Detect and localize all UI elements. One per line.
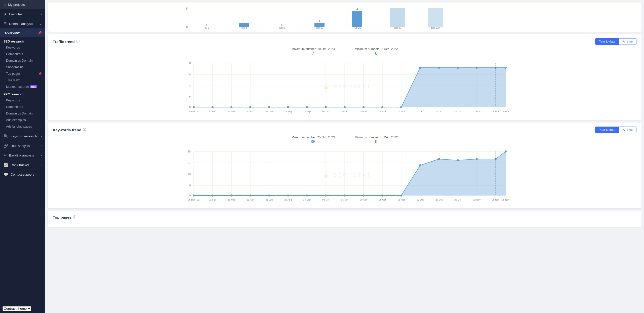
chevron-right-icon: › [41, 154, 42, 157]
theme-select[interactable]: Contrast theme [3, 306, 31, 311]
svg-text:05 Dec. 22: 05 Dec. 22 [188, 110, 199, 113]
svg-text:05 Oct: 05 Oct [379, 198, 386, 201]
theme-selector-container[interactable]: Contrast theme [0, 304, 45, 313]
svg-text:12 Apr: 12 Apr [247, 198, 254, 201]
sidebar-item-ppc-keywords[interactable]: Keywords [0, 97, 45, 104]
svg-text:26 Oct: 26 Oct [454, 110, 461, 113]
new-badge: New [30, 85, 37, 88]
traffic-min-stat: Minimum number: 05 Dec, 2022 0 [355, 47, 398, 56]
svg-text:0: 0 [189, 106, 191, 109]
sidebar-item-seo-keywords[interactable]: Keywords [0, 44, 45, 51]
svg-point-55 [212, 106, 214, 108]
traffic-year-to-date-btn[interactable]: Year to date [595, 38, 619, 45]
svg-text:0: 0 [186, 25, 188, 28]
sidebar-item-seo-subdomains[interactable]: Subdomains [0, 64, 45, 70]
sidebar: ⌂ My projects ★ Favorites › ⊞ Domain ana… [0, 0, 45, 313]
svg-text:21 Jun: 21 Jun [266, 198, 273, 201]
svg-point-68 [457, 67, 459, 69]
sidebar-item-contact-support[interactable]: 💬 Contact support [0, 170, 45, 179]
svg-rect-19 [352, 11, 362, 27]
top-pages-info-icon[interactable]: ⓘ [73, 215, 76, 219]
svg-text:15 Mar: 15 Mar [228, 198, 235, 201]
svg-point-67 [438, 67, 440, 69]
svg-text:5: 5 [186, 7, 188, 10]
sidebar-item-ppc-domain-vs-domain[interactable]: Domain vs Domain [0, 110, 45, 117]
svg-text:05 Oct: 05 Oct [398, 198, 405, 201]
svg-point-125 [287, 194, 289, 197]
sidebar-item-seo-market-research[interactable]: Market research New [0, 84, 45, 90]
sidebar-item-my-projects[interactable]: ⌂ My projects [0, 0, 45, 9]
svg-point-62 [344, 106, 346, 108]
top-pages-pin-icon: 📌 [38, 72, 42, 75]
sidebar-item-seo-top-pages[interactable]: Top pages 📌 [0, 70, 45, 77]
sidebar-item-ppc-competitors[interactable]: Competitors [0, 104, 45, 110]
svg-point-54 [193, 106, 195, 108]
svg-text:21 Jun: 21 Jun [266, 110, 273, 113]
svg-text:4: 4 [189, 84, 191, 87]
keywords-trend-header: Keywords trend ⓘ Year to date All time [53, 127, 636, 133]
svg-text:0: 0 [189, 194, 191, 197]
svg-text:02 Nov: 02 Nov [473, 198, 480, 201]
svg-point-134 [457, 159, 459, 161]
backlink-icon: ↩ [4, 153, 7, 158]
sidebar-item-backlink-analysis[interactable]: ↩ Backlink analysis › [0, 150, 45, 160]
keywords-max-stat: Maximum number: 25 Oct, 2023 36 [292, 136, 335, 144]
svg-text:4: 4 [356, 8, 358, 11]
svg-point-132 [419, 164, 421, 166]
keywords-trend-info-icon[interactable]: ⓘ [83, 128, 86, 132]
traffic-trend-card: Traffic trend ⓘ Year to date All time Ma… [48, 34, 641, 120]
svg-text:05 Oct: 05 Oct [360, 198, 367, 201]
sidebar-bottom: Contrast theme [0, 304, 45, 313]
chevron-right-icon: › [41, 144, 42, 147]
svg-text:Top 10: Top 10 [316, 26, 323, 29]
traffic-all-time-btn[interactable]: All time [619, 38, 636, 45]
sidebar-item-seo-domain-vs-domain[interactable]: Domain vs Domain [0, 57, 45, 64]
rank-icon: 📈 [4, 163, 8, 167]
seo-research-section: SEO research [0, 37, 45, 44]
svg-text:09 Nov: 09 Nov [502, 198, 509, 201]
chevron-right-icon: › [41, 135, 42, 138]
svg-text:36: 36 [188, 150, 191, 153]
svg-text:9: 9 [189, 184, 191, 187]
sidebar-item-ppc-ads-examples[interactable]: Ads examples [0, 117, 45, 123]
svg-point-57 [249, 106, 251, 108]
svg-text:22 Aug: 22 Aug [284, 198, 292, 201]
svg-text:1: 1 [319, 20, 320, 23]
svg-point-129 [363, 194, 365, 197]
svg-text:10 Oct: 10 Oct [417, 110, 424, 113]
distribution-chart-svg: 5 0 0 Top 1 1 Top 3 0 Top 5 1 Top 10 [53, 7, 636, 29]
svg-text:8: 8 [189, 62, 191, 65]
svg-point-121 [212, 194, 214, 197]
keywords-trend-title: Keywords trend ⓘ [53, 128, 86, 132]
svg-text:10 Oct: 10 Oct [417, 198, 424, 201]
url-icon: 🔗 [4, 143, 8, 148]
sidebar-item-seo-competitors[interactable]: Competitors [0, 51, 45, 57]
traffic-chart-stats: Maximum number: 10 Oct, 2023 7 Minimum n… [53, 47, 636, 56]
sidebar-item-url-analysis[interactable]: 🔗 URL analysis › [0, 141, 45, 150]
sidebar-item-domain-analysis[interactable]: ⊞ Domain analysis ⌄ [0, 19, 45, 28]
main-content: 5 0 0 Top 1 1 Top 3 0 Top 5 1 Top 10 [45, 0, 644, 313]
sidebar-item-keyword-research[interactable]: 🔍 Keyword research › [0, 131, 45, 141]
svg-text:Top 20: Top 20 [353, 26, 361, 29]
keywords-all-time-btn[interactable]: All time [619, 127, 636, 133]
svg-text:05 Oct: 05 Oct [379, 110, 386, 113]
top-pages-title: Top pages ⓘ [53, 215, 636, 219]
traffic-trend-info-icon[interactable]: ⓘ [76, 39, 79, 44]
svg-point-59 [287, 106, 289, 108]
chevron-down-icon: ⌄ [39, 22, 42, 25]
svg-text:1: 1 [243, 20, 245, 23]
support-icon: 💬 [4, 172, 8, 177]
keywords-year-to-date-btn[interactable]: Year to date [595, 127, 619, 133]
svg-text:08 Nov: 08 Nov [492, 198, 499, 201]
svg-text:Top 5: Top 5 [279, 26, 285, 29]
svg-text:26 Oct: 26 Oct [454, 198, 461, 201]
sidebar-item-overview[interactable]: Overview 📌 [0, 28, 45, 37]
sidebar-item-ppc-ads-landing[interactable]: Ads landing pages [0, 123, 45, 130]
sidebar-item-favorites[interactable]: ★ Favorites › [0, 9, 45, 19]
sidebar-item-rank-tracker[interactable]: 📈 Rank tracker › [0, 160, 45, 170]
keywords-chart-stats: Maximum number: 25 Oct, 2023 36 Minimum … [53, 136, 636, 144]
sidebar-item-seo-tree-view[interactable]: Tree view [0, 77, 45, 84]
svg-text:14 Sep: 14 Sep [303, 110, 311, 113]
svg-text:04 Oct: 04 Oct [322, 110, 329, 113]
traffic-trend-btn-group: Year to date All time [595, 38, 636, 45]
